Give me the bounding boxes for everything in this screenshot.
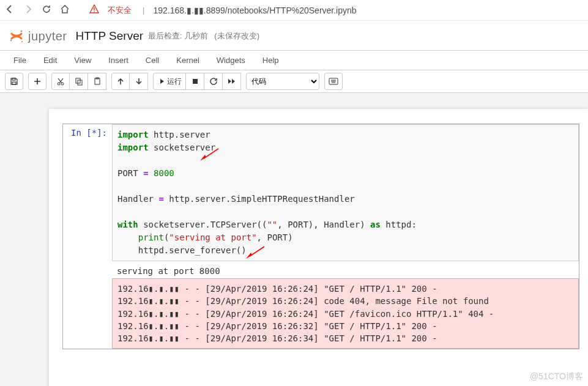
menu-kernel[interactable]: Kernel — [168, 51, 208, 70]
arrow-up-icon — [117, 78, 124, 85]
browser-chrome: 不安全 | 192.168.▮.▮▮.8899/notebooks/HTTP%2… — [0, 0, 588, 21]
jupyter-brand-text: jupyter — [28, 29, 67, 43]
restart-button[interactable] — [204, 73, 223, 90]
menu-insert[interactable]: Insert — [100, 51, 137, 70]
input-prompt: In [*]: — [63, 124, 112, 349]
menu-cell[interactable]: Cell — [137, 51, 168, 70]
cut-button[interactable] — [51, 73, 70, 90]
svg-point-3 — [21, 31, 23, 32]
stop-icon — [192, 78, 199, 85]
svg-point-1 — [94, 11, 95, 12]
annotation-arrow-output — [246, 245, 266, 261]
copy-button[interactable] — [70, 73, 88, 90]
paste-button[interactable] — [88, 73, 106, 90]
code-area: import http.server import socketserver P… — [112, 124, 579, 349]
arrow-down-icon — [135, 78, 143, 85]
page-container: jupyter HTTP Server 最后检查: 几秒前 (未保存改变) Fi… — [0, 21, 588, 386]
svg-point-2 — [10, 40, 12, 42]
insecure-label: 不安全 — [108, 5, 132, 16]
move-up-button[interactable] — [111, 73, 130, 90]
svg-rect-5 — [12, 78, 15, 80]
unsaved-status: (未保存改变) — [214, 31, 259, 42]
celltype-select[interactable]: 代码 — [246, 73, 319, 90]
code-input[interactable]: import http.server import socketserver P… — [112, 124, 579, 261]
stdout-output: serving at port 8000 — [112, 261, 579, 278]
svg-point-4 — [21, 41, 23, 42]
notebook-container: In [*]: import http.server import socket… — [49, 109, 588, 386]
paste-icon — [93, 77, 102, 86]
restart-run-all-button[interactable] — [223, 73, 241, 90]
run-button[interactable]: 运行 — [153, 73, 186, 90]
keyboard-icon — [329, 78, 338, 85]
jupyter-header: jupyter HTTP Server 最后检查: 几秒前 (未保存改变) — [0, 21, 588, 48]
copy-icon — [75, 77, 83, 86]
interrupt-button[interactable] — [186, 73, 204, 90]
run-button-label: 运行 — [167, 76, 182, 87]
save-icon — [10, 77, 18, 86]
menu-widgets[interactable]: Widgets — [208, 51, 254, 70]
nav-home-icon[interactable] — [60, 4, 70, 16]
insecure-warning-icon — [89, 4, 99, 16]
scissors-icon — [56, 77, 65, 86]
restart-icon — [209, 77, 218, 86]
run-icon — [157, 78, 165, 85]
notebook-title[interactable]: HTTP Server — [76, 29, 144, 43]
toolbar: 运行 代码 — [0, 70, 588, 93]
notebook-scroll-area[interactable]: In [*]: import http.server import socket… — [0, 93, 588, 386]
code-cell[interactable]: In [*]: import http.server import socket… — [62, 124, 579, 349]
nav-back-icon[interactable] — [5, 4, 15, 16]
annotation-arrow-port — [200, 147, 220, 163]
fast-forward-icon — [228, 78, 236, 85]
insert-cell-button[interactable] — [28, 73, 47, 90]
move-down-button[interactable] — [130, 73, 148, 90]
watermark: @51CTO博客 — [530, 371, 583, 382]
jupyter-logo-icon — [9, 28, 24, 44]
svg-rect-13 — [193, 79, 198, 84]
svg-rect-6 — [12, 82, 16, 84]
url-separator: | — [143, 6, 144, 15]
menu-view[interactable]: View — [65, 51, 100, 70]
menubar: File Edit View Insert Cell Kernel Widget… — [0, 50, 588, 70]
nav-reload-icon[interactable] — [42, 4, 51, 16]
menu-help[interactable]: Help — [254, 51, 288, 70]
menu-edit[interactable]: Edit — [35, 51, 65, 70]
jupyter-logo[interactable]: jupyter — [9, 28, 67, 44]
checkpoint-label: 最后检查: 几秒前 — [148, 31, 208, 42]
stderr-output: 192.16▮.▮.▮▮ - - [29/Apr/2019 16:26:24] … — [112, 278, 579, 349]
command-palette-button[interactable] — [324, 73, 343, 90]
save-button[interactable] — [5, 73, 23, 90]
plus-icon — [34, 78, 41, 85]
menu-file[interactable]: File — [5, 51, 35, 70]
address-bar-url[interactable]: 192.168.▮.▮▮.8899/notebooks/HTTP%20Serve… — [153, 6, 356, 15]
nav-forward-icon — [23, 4, 33, 16]
